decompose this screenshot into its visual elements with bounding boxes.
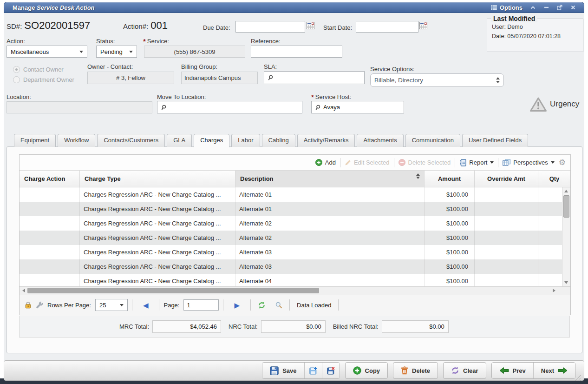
report-button[interactable]: Report	[459, 159, 494, 166]
tab-workflow[interactable]: Workflow	[58, 134, 95, 147]
collapse-button[interactable]	[529, 4, 536, 11]
tab-equipment[interactable]: Equipment	[14, 134, 56, 147]
table-row[interactable]: Charges Regression ARC - New Charge Cata…	[20, 274, 570, 286]
radio-selected-icon	[13, 66, 20, 73]
table-row[interactable]: Charges Regression ARC - New Charge Cata…	[20, 216, 570, 231]
column-header-qty[interactable]: Qty	[538, 171, 570, 187]
department-owner-radio[interactable]: Department Owner	[13, 76, 74, 83]
tab-user-defined-fields[interactable]: User Defined Fields	[462, 134, 528, 147]
save-button[interactable]: Save	[262, 363, 304, 378]
window-titlebar: Manage Service Desk Action Options	[4, 2, 584, 13]
window-title-emphasis: Service Desk Action	[37, 4, 95, 11]
vertical-scrollbar[interactable]	[562, 187, 570, 286]
move-to-location-search-input[interactable]	[157, 101, 302, 113]
service-options-select[interactable]: Billable, Directory	[370, 73, 504, 87]
search-button[interactable]	[273, 302, 285, 309]
contact-owner-label: Contact Owner	[23, 66, 64, 73]
tab-labor[interactable]: Labor	[231, 134, 260, 147]
service-host-search-input[interactable]: Avaya	[311, 101, 404, 113]
last-modified-title: Last Modified	[491, 15, 537, 22]
rows-per-page-label: Rows Per Page:	[47, 302, 91, 309]
charge-type-cell: Charges Regression ARC - New Charge Cata…	[80, 231, 235, 245]
delete-button[interactable]: Delete	[393, 362, 438, 379]
rows-per-page-select[interactable]: 25	[95, 299, 128, 311]
wrench-icon[interactable]	[36, 301, 43, 309]
scroll-up-arrow-icon[interactable]	[564, 190, 568, 192]
scroll-left-arrow-icon[interactable]	[22, 289, 25, 292]
manage-service-desk-action-window: Manage Service Desk Action Options	[0, 0, 588, 384]
minimize-button[interactable]	[543, 4, 549, 11]
plus-circle-icon	[315, 159, 322, 166]
options-button[interactable]: Options	[491, 4, 523, 11]
table-row[interactable]: Charges Regression ARC - New Charge Cata…	[20, 187, 570, 202]
grid-body: Charges Regression ARC - New Charge Cata…	[20, 187, 570, 286]
chevron-down-icon	[551, 161, 555, 164]
tab-communication[interactable]: Communication	[405, 134, 460, 147]
page-input[interactable]	[183, 299, 219, 311]
tab-contacts-customers[interactable]: Contacts/Customers	[97, 134, 165, 147]
due-date-label: Due Date:	[203, 24, 230, 31]
horizontal-scrollbar[interactable]	[20, 286, 570, 295]
action-select[interactable]: Miscellaneous	[7, 46, 87, 58]
edit-selected-button[interactable]: Edit Selected	[345, 159, 390, 166]
column-header-charge-type[interactable]: Charge Type	[80, 171, 235, 187]
tab-gla[interactable]: GLA	[167, 134, 192, 147]
amount-cell: $100.00	[425, 274, 475, 286]
stepper-arrows-icon	[496, 77, 500, 83]
close-button[interactable]	[570, 4, 576, 11]
column-header-override-amt[interactable]: Override Amt	[475, 171, 538, 187]
page-next-button[interactable]: ▶	[228, 302, 246, 309]
refresh-button[interactable]	[255, 301, 268, 309]
lock-icon[interactable]	[25, 301, 32, 309]
save-close-button[interactable]	[322, 363, 340, 378]
popout-button[interactable]	[556, 4, 563, 11]
totals-bar: MRC Total: $4,052.46 NRC Total: $0.00 Bi…	[19, 316, 570, 338]
copy-button[interactable]: Copy	[345, 362, 388, 379]
start-date-calendar-icon[interactable]	[419, 22, 427, 29]
mrc-total-label: MRC Total:	[119, 323, 149, 330]
sla-label: SLA:	[264, 63, 277, 70]
description-cell: Alternate 03	[235, 245, 425, 259]
chevron-down-icon	[79, 51, 83, 53]
column-header-amount[interactable]: Amount	[425, 171, 475, 187]
delete-selected-button[interactable]: Delete Selected	[399, 159, 451, 166]
tab-activity-remarks[interactable]: Activity/Remarks	[297, 134, 355, 147]
due-date-input[interactable]	[235, 21, 305, 33]
options-label: Options	[500, 4, 523, 11]
reference-input[interactable]	[251, 46, 342, 58]
tab-attachments[interactable]: Attachments	[357, 134, 403, 147]
add-button[interactable]: Add	[315, 159, 336, 166]
table-row[interactable]: Charges Regression ARC - New Charge Cata…	[20, 231, 570, 245]
page-prev-button[interactable]: ◀	[137, 302, 155, 309]
contact-owner-radio[interactable]: Contact Owner	[13, 66, 74, 73]
table-row[interactable]: Charges Regression ARC - New Charge Cata…	[20, 259, 570, 274]
scroll-right-arrow-icon[interactable]	[553, 289, 555, 292]
charge-type-cell: Charges Regression ARC - New Charge Cata…	[80, 202, 235, 216]
next-button[interactable]: Next	[533, 363, 575, 378]
sla-search-input[interactable]	[264, 71, 365, 84]
billed-nrc-total-field: $0.00	[382, 320, 449, 333]
due-date-calendar-icon[interactable]	[307, 22, 314, 29]
scroll-down-arrow-icon[interactable]	[564, 281, 568, 284]
status-select[interactable]: Pending	[96, 46, 137, 58]
tab-cabling[interactable]: Cabling	[262, 134, 295, 147]
save-add-button[interactable]	[304, 363, 322, 378]
column-header-description[interactable]: Description	[235, 171, 425, 187]
start-date-input[interactable]	[356, 21, 418, 33]
table-row[interactable]: Charges Regression ARC - New Charge Cata…	[20, 245, 570, 259]
charge-type-cell: Charges Regression ARC - New Charge Cata…	[80, 274, 235, 286]
save-button-group: Save	[262, 362, 340, 379]
perspectives-button[interactable]: Perspectives	[503, 159, 554, 166]
clear-button[interactable]: Clear	[443, 362, 486, 379]
trash-icon	[401, 366, 408, 375]
urgency-warning-icon[interactable]	[529, 97, 547, 112]
grid-settings-button[interactable]: ⚙	[559, 158, 566, 167]
perspectives-icon	[503, 159, 510, 166]
table-row[interactable]: Charges Regression ARC - New Charge Cata…	[20, 202, 570, 216]
billing-group-field: Indianapolis Campus	[181, 72, 258, 84]
vertical-scrollbar-thumb[interactable]	[563, 195, 569, 218]
column-header-charge-action[interactable]: Charge Action	[20, 171, 80, 187]
tab-charges[interactable]: Charges	[194, 134, 229, 147]
horizontal-scrollbar-thumb[interactable]	[27, 288, 319, 293]
prev-button[interactable]: Prev	[492, 363, 533, 378]
